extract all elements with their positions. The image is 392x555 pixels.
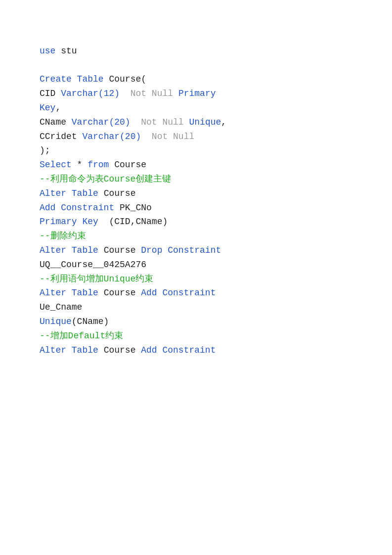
code-line: Alter Table Course Drop Constraint: [40, 243, 352, 258]
code-line: Alter Table Course Add Constraint: [40, 286, 352, 300]
code-line: Select * from Course: [40, 158, 352, 172]
code-line: UQ__Course__0425A276: [40, 258, 352, 272]
code-line: );: [40, 143, 352, 158]
code-line: Alter Table Course Add Constraint: [40, 343, 352, 358]
code-line: --增加Default约束: [40, 329, 352, 343]
code-line: Add Constraint PK_CNo: [40, 201, 352, 215]
code-line: --利用语句增加Unique约束: [40, 272, 352, 286]
code-line: Create Table Course(: [40, 72, 352, 87]
code-line: CName Varchar(20) Not Null Unique,: [40, 115, 352, 130]
code-editor: use stu Create Table Course(CID Varchar(…: [40, 30, 352, 357]
code-line: [40, 58, 352, 73]
code-line: Key,: [40, 101, 352, 115]
code-line: Alter Table Course: [40, 186, 352, 201]
code-line: CID Varchar(12) Not Null Primary: [40, 87, 352, 101]
code-line: CCridet Varchar(20) Not Null: [40, 130, 352, 144]
code-line: use stu: [40, 44, 352, 58]
code-line: --删除约束: [40, 229, 352, 243]
code-line: Primary Key (CID,CName): [40, 215, 352, 229]
code-line: --利用命令为表Course创建主键: [40, 172, 352, 186]
code-line: Unique(CName): [40, 315, 352, 329]
code-line: Ue_Cname: [40, 300, 352, 315]
